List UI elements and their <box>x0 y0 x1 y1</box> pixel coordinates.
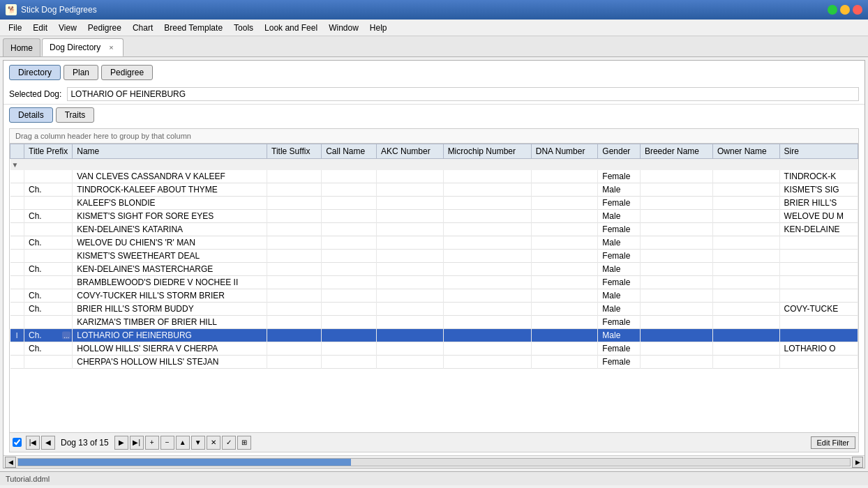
app-title: Stick Dog Pedigrees <box>21 5 97 15</box>
row-indicator: I <box>10 329 24 342</box>
menu-edit[interactable]: Edit <box>27 22 53 34</box>
cell-akc-number <box>377 276 444 289</box>
nav-prev-button[interactable]: ◀ <box>41 436 55 450</box>
cell-title-prefix: Ch. <box>24 342 73 356</box>
cell-name: LOTHARIO OF HEINERBURG <box>73 329 267 342</box>
col-header-sire[interactable]: Sire <box>779 144 858 159</box>
col-header-owner-name[interactable]: Owner Name <box>712 144 779 159</box>
detail-tab-details[interactable]: Details <box>9 107 53 123</box>
cell-owner-name <box>712 263 779 276</box>
cell-title-prefix: Ch. ... <box>24 329 73 342</box>
cell-gender: Female <box>598 356 641 369</box>
nav-confirm-button[interactable]: ✓ <box>222 436 236 450</box>
cell-title-prefix <box>24 316 73 329</box>
tab-home[interactable]: Home <box>3 38 40 56</box>
menu-chart[interactable]: Chart <box>127 22 158 34</box>
sub-tab-plan[interactable]: Plan <box>63 65 98 80</box>
col-header-akc-number[interactable]: AKC Number <box>377 144 444 159</box>
table-row[interactable]: Ch. TINDROCK-KALEEF ABOUT THYME Male KIS… <box>10 183 858 197</box>
cell-akc-number <box>377 289 444 303</box>
nav-up-button[interactable]: ▲ <box>176 436 190 450</box>
nav-first-button[interactable]: |◀ <box>26 436 40 450</box>
table-row[interactable]: Ch. KEN-DELAINE'S MASTERCHARGE Male <box>10 263 858 276</box>
tab-close-icon[interactable]: × <box>106 43 116 52</box>
cell-title-suffix <box>267 263 322 276</box>
table-row[interactable]: KEN-DELAINE'S KATARINA Female KEN-DELAIN… <box>10 223 858 236</box>
col-header-breeder-name[interactable]: Breeder Name <box>640 144 712 159</box>
minimize-button[interactable] <box>840 5 850 15</box>
cell-breeder-name <box>640 276 712 289</box>
menu-window[interactable]: Window <box>323 22 364 34</box>
scroll-left-button[interactable]: ◀ <box>5 457 16 468</box>
menu-pedigree[interactable]: Pedigree <box>82 22 127 34</box>
col-header-title-suffix[interactable]: Title Suffix <box>267 144 322 159</box>
col-header-microchip-number[interactable]: Microchip Number <box>443 144 531 159</box>
cell-call-name <box>322 197 377 210</box>
table-row[interactable]: CHERPA'S HOLLOW HILLS' STEJAN Female <box>10 356 858 369</box>
cell-dna-number <box>531 263 598 276</box>
cell-title-suffix <box>267 342 322 356</box>
table-row[interactable]: KARIZMA'S TIMBER OF BRIER HILL Female <box>10 316 858 329</box>
grid-checkbox[interactable] <box>13 438 22 447</box>
scroll-right-button[interactable]: ▶ <box>852 457 863 468</box>
col-header-gender[interactable]: Gender <box>598 144 641 159</box>
close-button[interactable] <box>853 5 862 15</box>
cell-call-name <box>322 263 377 276</box>
nav-add-button[interactable]: + <box>145 436 159 450</box>
table-row[interactable]: KISMET'S SWEETHEART DEAL Female <box>10 250 858 263</box>
sub-tab-directory[interactable]: Directory <box>9 65 61 80</box>
cell-breeder-name <box>640 329 712 342</box>
nav-next-button[interactable]: ▶ <box>114 436 128 450</box>
menu-help[interactable]: Help <box>364 22 393 34</box>
cell-breeder-name <box>640 223 712 236</box>
row-indicator <box>10 210 24 223</box>
col-header-title-prefix[interactable]: Title Prefix <box>24 144 73 159</box>
table-row[interactable]: KALEEF'S BLONDIE Female BRIER HILL'S <box>10 197 858 210</box>
main-content: Directory Plan Pedigree Selected Dog: De… <box>3 60 865 468</box>
cell-owner-name <box>712 250 779 263</box>
col-header-call-name[interactable]: Call Name <box>322 144 377 159</box>
cell-name: COVY-TUCKER HILL'S STORM BRIER <box>73 289 267 303</box>
cell-title-prefix <box>24 223 73 236</box>
col-header-name[interactable]: Name <box>73 144 267 159</box>
table-body: VAN CLEVES CASSANDRA V KALEEF Female TIN… <box>10 170 858 369</box>
table-row[interactable]: VAN CLEVES CASSANDRA V KALEEF Female TIN… <box>10 170 858 183</box>
nav-last-button[interactable]: ▶| <box>130 436 144 450</box>
cell-name: HOLLOW HILLS' SIERRA V CHERPA <box>73 342 267 356</box>
table-row[interactable]: BRAMBLEWOOD'S DIEDRE V NOCHEE II Female <box>10 276 858 289</box>
cell-akc-number <box>377 316 444 329</box>
menu-view[interactable]: View <box>53 22 82 34</box>
edit-filter-button[interactable]: Edit Filter <box>811 436 855 449</box>
menu-file[interactable]: File <box>3 22 27 34</box>
selected-dog-input[interactable] <box>67 87 859 101</box>
menu-look-and-feel[interactable]: Look and Feel <box>259 22 323 34</box>
maximize-button[interactable] <box>828 5 837 15</box>
cell-call-name <box>322 342 377 356</box>
menu-breed-template[interactable]: Breed Template <box>158 22 228 34</box>
app-icon: 🐕 <box>6 4 17 15</box>
cell-call-name <box>322 210 377 223</box>
detail-tab-traits[interactable]: Traits <box>56 107 95 123</box>
menu-tools[interactable]: Tools <box>228 22 259 34</box>
tab-dog-directory[interactable]: Dog Directory × <box>42 38 124 56</box>
cell-call-name <box>322 236 377 250</box>
nav-grid-button[interactable]: ⊞ <box>237 436 251 450</box>
bottom-toolbar: |◀ ◀ Dog 13 of 15 ▶ ▶| + − ▲ ▼ ✕ ✓ ⊞ Edi… <box>10 432 858 452</box>
sub-tab-pedigree[interactable]: Pedigree <box>101 65 153 80</box>
grid-container[interactable]: Title Prefix Name Title Suffix Call Name… <box>10 144 858 432</box>
table-row[interactable]: Ch. HOLLOW HILLS' SIERRA V CHERPA Female… <box>10 342 858 356</box>
cell-akc-number <box>377 303 444 316</box>
col-header-dna-number[interactable]: DNA Number <box>531 144 598 159</box>
table-row[interactable]: Ch. KISMET'S SIGHT FOR SORE EYES Male WE… <box>10 210 858 223</box>
cell-name: KALEEF'S BLONDIE <box>73 197 267 210</box>
title-bar-left: 🐕 Stick Dog Pedigrees <box>6 4 97 15</box>
nav-delete-button[interactable]: − <box>160 436 174 450</box>
scroll-track[interactable] <box>17 458 851 466</box>
nav-down-button[interactable]: ▼ <box>191 436 205 450</box>
cell-call-name <box>322 223 377 236</box>
table-row[interactable]: Ch. BRIER HILL'S STORM BUDDY Male COVY-T… <box>10 303 858 316</box>
nav-cancel-button[interactable]: ✕ <box>207 436 220 450</box>
table-row[interactable]: Ch. WELOVE DU CHIEN'S 'R' MAN Male <box>10 236 858 250</box>
table-row[interactable]: I Ch. ... LOTHARIO OF HEINERBURG Male <box>10 329 858 342</box>
table-row[interactable]: Ch. COVY-TUCKER HILL'S STORM BRIER Male <box>10 289 858 303</box>
